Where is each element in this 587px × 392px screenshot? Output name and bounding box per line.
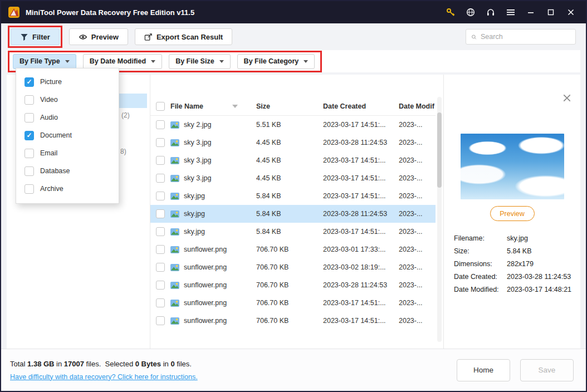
globe-icon[interactable] bbox=[462, 5, 479, 19]
table-row[interactable]: sky 3.jpg4.45 KB2023-03-28 11:24:532023-… bbox=[150, 134, 436, 151]
maximize-icon[interactable] bbox=[542, 5, 559, 19]
row-checkbox[interactable] bbox=[156, 316, 165, 325]
detail-label: Filename: bbox=[454, 234, 507, 242]
checkbox[interactable] bbox=[25, 131, 34, 140]
app-logo-icon bbox=[8, 6, 20, 18]
detail-row: Filename:sky.jpg bbox=[454, 232, 577, 244]
option-label: Archive bbox=[40, 185, 63, 193]
filter-dropdown-by-file-category[interactable]: By File Category bbox=[237, 54, 315, 69]
vertical-scrollbar[interactable] bbox=[437, 97, 442, 342]
preview-panel: Preview Filename:sky.jpgSize:5.84 KBDime… bbox=[443, 75, 580, 349]
file-table-header: File Name Size Date Created Date Modif bbox=[150, 97, 436, 116]
checkbox[interactable] bbox=[25, 166, 34, 176]
sort-arrow-icon[interactable] bbox=[232, 105, 238, 108]
footer: Total 1.38 GB in 17007 files. Selected 0… bbox=[1, 349, 586, 391]
preview-button-label: Preview bbox=[91, 33, 119, 41]
summary-segment: files. bbox=[175, 360, 192, 368]
table-row[interactable]: sky 3.jpg4.45 KB2023-03-17 14:51:...2023… bbox=[150, 151, 436, 169]
table-row[interactable]: sunflower.png706.70 KB2023-03-01 17:33:.… bbox=[150, 241, 436, 258]
dropdown-option-archive[interactable]: Archive bbox=[16, 180, 119, 198]
detail-value: 2023-03-17 14:48:21 bbox=[507, 286, 571, 293]
file-size: 5.51 KB bbox=[256, 121, 323, 129]
scrollbar-thumb[interactable] bbox=[437, 112, 442, 188]
row-checkbox[interactable] bbox=[156, 138, 165, 147]
file-name: sky 3.jpg bbox=[184, 156, 211, 164]
dropdown-option-audio[interactable]: Audio bbox=[16, 109, 119, 126]
summary-segment: in bbox=[161, 360, 170, 368]
summary-segment: 17007 bbox=[64, 360, 84, 368]
tree-item-fragment[interactable]: 8) bbox=[120, 148, 126, 155]
checkbox[interactable] bbox=[25, 95, 34, 105]
filter-dropdown-by-file-type[interactable]: By File Type bbox=[13, 54, 76, 69]
filter-button[interactable]: Filter bbox=[11, 28, 60, 45]
file-date-modified: 2023-... bbox=[399, 263, 436, 271]
row-checkbox[interactable] bbox=[156, 120, 165, 129]
dropdown-option-email[interactable]: Email bbox=[16, 144, 119, 162]
file-size: 4.45 KB bbox=[256, 156, 323, 164]
search-box[interactable] bbox=[466, 29, 576, 45]
column-header-date-modified[interactable]: Date Modif bbox=[399, 102, 436, 110]
row-checkbox[interactable] bbox=[156, 298, 165, 307]
checkbox[interactable] bbox=[25, 77, 34, 87]
file-date-created: 2023-03-17 14:51:... bbox=[323, 156, 399, 164]
key-icon[interactable] bbox=[442, 5, 459, 19]
preview-button[interactable]: Preview bbox=[69, 28, 128, 45]
menu-icon[interactable] bbox=[502, 5, 519, 19]
dropdown-option-database[interactable]: Database bbox=[16, 162, 119, 180]
file-date-created: 2023-03-17 14:51:... bbox=[323, 317, 399, 325]
table-row[interactable]: sky.jpg5.84 KB2023-03-17 14:51:...2023-.… bbox=[150, 223, 436, 241]
file-size: 706.70 KB bbox=[256, 299, 323, 307]
titlebar-controls bbox=[442, 5, 579, 19]
tree-item-selected-fragment[interactable] bbox=[119, 94, 147, 108]
table-row[interactable]: sunflower.png706.70 KB2023-03-17 14:51:.… bbox=[150, 294, 436, 312]
home-button[interactable]: Home bbox=[457, 359, 510, 381]
column-header-file-name[interactable]: File Name bbox=[170, 102, 203, 110]
file-date-modified: 2023-... bbox=[399, 156, 436, 164]
search-input[interactable] bbox=[481, 33, 570, 41]
checkbox[interactable] bbox=[25, 113, 34, 122]
row-checkbox[interactable] bbox=[156, 263, 165, 272]
close-icon[interactable] bbox=[562, 5, 579, 19]
headset-icon[interactable] bbox=[482, 5, 499, 19]
dropdown-option-picture[interactable]: Picture bbox=[16, 73, 119, 91]
file-list-panel: File Name Size Date Created Date Modif s… bbox=[150, 75, 443, 349]
filter-dropdown-by-date-modified[interactable]: By Date Modified bbox=[83, 54, 162, 69]
table-row[interactable]: sky.jpg5.84 KB2023-03-28 11:24:532023-..… bbox=[150, 205, 436, 223]
file-date-modified: 2023-... bbox=[399, 121, 436, 129]
table-row[interactable]: sky 2.jpg5.51 KB2023-03-17 14:51:...2023… bbox=[150, 116, 436, 134]
table-row[interactable]: sky.jpg5.84 KB2023-03-17 14:51:...2023-.… bbox=[150, 187, 436, 205]
dropdown-option-video[interactable]: Video bbox=[16, 91, 119, 109]
detail-label: Date Modified: bbox=[454, 286, 507, 293]
file-name: sunflower.png bbox=[184, 263, 227, 271]
column-header-size[interactable]: Size bbox=[256, 102, 323, 110]
row-checkbox[interactable] bbox=[156, 156, 165, 165]
minimize-icon[interactable] bbox=[522, 5, 539, 19]
preview-open-button[interactable]: Preview bbox=[490, 206, 535, 221]
table-row[interactable]: sky 3.jpg4.45 KB2023-03-17 14:51:...2023… bbox=[150, 169, 436, 187]
save-button[interactable]: Save bbox=[520, 359, 574, 381]
close-preview-icon[interactable] bbox=[562, 94, 571, 102]
option-label: Video bbox=[40, 96, 58, 104]
filter-dropdown-label: By Date Modified bbox=[90, 57, 146, 65]
table-row[interactable]: sunflower.png706.70 KB2023-03-17 14:51:.… bbox=[150, 312, 436, 330]
checkbox[interactable] bbox=[25, 184, 34, 194]
checkbox[interactable] bbox=[25, 149, 34, 158]
filter-dropdown-by-file-size[interactable]: By File Size bbox=[169, 54, 230, 69]
image-file-icon bbox=[170, 121, 179, 129]
row-checkbox[interactable] bbox=[156, 245, 165, 254]
export-scan-result-button[interactable]: Export Scan Result bbox=[135, 28, 232, 45]
select-all-checkbox[interactable] bbox=[156, 102, 165, 111]
column-header-date-created[interactable]: Date Created bbox=[323, 102, 399, 110]
table-row[interactable]: sunflower.png706.70 KB2023-03-28 11:24:5… bbox=[150, 276, 436, 294]
row-checkbox[interactable] bbox=[156, 174, 165, 183]
tree-item-fragment[interactable]: (2) bbox=[121, 111, 130, 119]
help-link[interactable]: Have difficulty with data recovery? Clic… bbox=[10, 373, 198, 381]
image-file-icon bbox=[170, 228, 179, 236]
row-checkbox[interactable] bbox=[156, 227, 165, 236]
row-checkbox[interactable] bbox=[156, 192, 165, 200]
dropdown-option-document[interactable]: Document bbox=[16, 126, 119, 144]
table-row[interactable]: sunflower.png706.70 KB2023-03-02 18:19:.… bbox=[150, 258, 436, 276]
row-checkbox[interactable] bbox=[156, 281, 165, 290]
row-checkbox[interactable] bbox=[156, 209, 165, 218]
option-label: Email bbox=[40, 149, 57, 157]
